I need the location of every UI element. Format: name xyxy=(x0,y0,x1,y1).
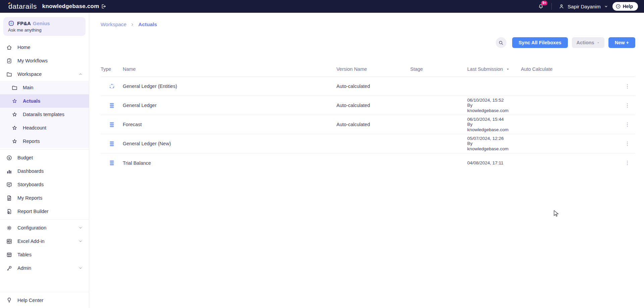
type-cell xyxy=(101,83,123,90)
column-header-label: Auto Calculate xyxy=(521,66,552,72)
bulb-icon xyxy=(6,297,12,303)
submitted-by-prefix: By xyxy=(467,122,521,127)
last-submission-cell: 06/10/2024, 15:52Byknowledgebase.com xyxy=(467,96,521,114)
column-header-auto-calculate: Auto Calculate xyxy=(521,66,619,72)
chevron-right-icon xyxy=(130,22,135,27)
sidebar-item-label: Datarails templates xyxy=(23,112,83,117)
site-name[interactable]: knowledgebase.com xyxy=(42,3,107,10)
sidebar-item-label: Excel Add-in xyxy=(17,239,73,244)
user-menu[interactable]: Sapir Dayanim xyxy=(558,3,608,9)
kebab-icon xyxy=(624,141,631,147)
table-header-row: TypeNameVersion NameStageLast Submission… xyxy=(101,56,635,77)
logo-text: datarails xyxy=(8,2,37,10)
help-label: Help xyxy=(623,4,633,9)
search-icon xyxy=(498,40,504,46)
chevron-down-icon xyxy=(604,4,608,9)
sidebar: FP&A Genius Ask me anything HomeMy Workf… xyxy=(0,13,89,308)
row-menu-button[interactable] xyxy=(623,101,632,110)
submitted-by-user: knowledgebase.com xyxy=(467,108,521,113)
breadcrumb-workspace[interactable]: Workspace xyxy=(101,21,126,28)
sidebar-item-configuration[interactable]: Configuration xyxy=(0,221,89,235)
chevron-up-icon xyxy=(78,72,83,76)
sidebar-item-storyboards[interactable]: Storyboards xyxy=(0,178,89,191)
sidebar-item-dashboards[interactable]: Dashboards xyxy=(0,164,89,178)
submitted-by-prefix: By xyxy=(467,103,521,108)
sidebar-item-my-workflows[interactable]: My Workflows xyxy=(0,54,89,67)
entities-icon xyxy=(108,83,115,90)
row-menu-button[interactable] xyxy=(623,159,632,167)
row-menu-button[interactable] xyxy=(623,82,632,91)
last-submission-cell xyxy=(467,85,521,88)
topbar-divider xyxy=(551,3,552,10)
column-header-label: Stage xyxy=(410,66,423,72)
report-builder-icon xyxy=(6,208,12,215)
chevron-down-icon xyxy=(78,225,83,230)
last-submission-cell: 06/10/2024, 15:44Byknowledgebase.com xyxy=(467,115,521,134)
table-row[interactable]: ForecastAuto-calculated06/10/2024, 15:44… xyxy=(101,115,635,134)
notifications-button[interactable]: 9+ xyxy=(537,2,545,10)
breadcrumb-actuals[interactable]: Actuals xyxy=(138,21,157,28)
storyboards-icon xyxy=(6,182,12,188)
table-row[interactable]: General Ledger (Entities)Auto-calculated xyxy=(101,77,635,96)
sidebar-item-label: Budget xyxy=(17,155,83,160)
my-reports-icon xyxy=(6,195,12,201)
star-icon xyxy=(11,111,18,118)
star-icon xyxy=(11,98,18,104)
sidebar-item-label: Main xyxy=(23,85,83,90)
tables-icon xyxy=(6,252,12,258)
notification-badge: 9+ xyxy=(541,1,547,5)
row-menu-button[interactable] xyxy=(623,120,632,129)
subfolder-icon xyxy=(11,85,18,91)
column-header-name: Name xyxy=(123,66,336,72)
sidebar-item-label: Storyboards xyxy=(17,182,83,187)
sidebar-item-admin[interactable]: Admin xyxy=(0,261,89,275)
sidebar-item-budget[interactable]: $Budget xyxy=(0,151,89,164)
table-row[interactable]: General Ledger (New)05/07/2024, 12:26Byk… xyxy=(101,134,635,153)
sidebar-item-my-reports[interactable]: My Reports xyxy=(0,191,89,205)
help-button[interactable]: ? Help xyxy=(612,2,638,11)
sidebar-nav: HomeMy WorkflowsWorkspaceMainActualsData… xyxy=(0,39,89,292)
fpa-genius-card[interactable]: FP&A Genius Ask me anything xyxy=(3,17,86,36)
sidebar-item-datarails-templates[interactable]: Datarails templates xyxy=(0,108,89,121)
last-submission-date: 04/08/2024, 17:11 xyxy=(467,160,521,165)
table-row[interactable]: Trial Balance04/08/2024, 17:11 xyxy=(101,153,635,172)
column-header-version-name: Version Name xyxy=(336,66,410,72)
column-header-stage: Stage xyxy=(410,66,467,72)
logout-icon[interactable] xyxy=(101,4,106,9)
datarails-logo[interactable]: datarails xyxy=(8,2,37,10)
sidebar-item-help-center[interactable]: Help Center xyxy=(0,292,89,308)
sidebar-item-headcount[interactable]: Headcount xyxy=(0,121,89,135)
sidebar-item-tables[interactable]: Tables xyxy=(0,248,89,261)
new-button[interactable]: New + xyxy=(608,37,635,48)
sync-all-fileboxes-button[interactable]: Sync All Fileboxes xyxy=(512,37,568,48)
search-button[interactable] xyxy=(496,37,506,48)
workflows-icon xyxy=(6,58,12,64)
column-header-last-submission[interactable]: Last Submission xyxy=(467,66,521,72)
sync-all-fileboxes-label: Sync All Fileboxes xyxy=(519,40,561,45)
table-row[interactable]: General LedgerAuto-calculated06/10/2024,… xyxy=(101,96,635,115)
star-icon xyxy=(11,125,18,131)
database-icon xyxy=(108,140,115,147)
sidebar-item-reports[interactable]: Reports xyxy=(0,135,89,148)
actions-button[interactable]: Actions xyxy=(572,37,604,48)
sidebar-item-label: Report Builder xyxy=(17,209,83,214)
submitted-by-prefix: By xyxy=(467,141,521,146)
kebab-icon xyxy=(624,160,631,166)
row-menu-button[interactable] xyxy=(623,139,632,148)
submitted-by-user: knowledgebase.com xyxy=(467,127,521,132)
sidebar-item-workspace[interactable]: Workspace xyxy=(0,67,89,81)
sidebar-item-main[interactable]: Main xyxy=(0,81,89,94)
sidebar-item-home[interactable]: Home xyxy=(0,41,89,54)
database-icon xyxy=(108,159,115,166)
sidebar-item-actuals[interactable]: Actuals xyxy=(0,94,89,108)
sidebar-item-label: Admin xyxy=(17,265,73,271)
sidebar-item-report-builder[interactable]: Report Builder xyxy=(0,205,89,218)
sidebar-item-excel-add-in[interactable]: Excel Add-in xyxy=(0,235,89,248)
column-header-label: Last Submission xyxy=(467,66,503,72)
person-icon xyxy=(558,3,565,9)
actions-label: Actions xyxy=(577,40,594,45)
database-icon xyxy=(108,102,115,109)
sidebar-item-label: Workspace xyxy=(17,71,73,77)
folder-icon xyxy=(6,71,12,78)
kebab-icon xyxy=(624,121,631,128)
